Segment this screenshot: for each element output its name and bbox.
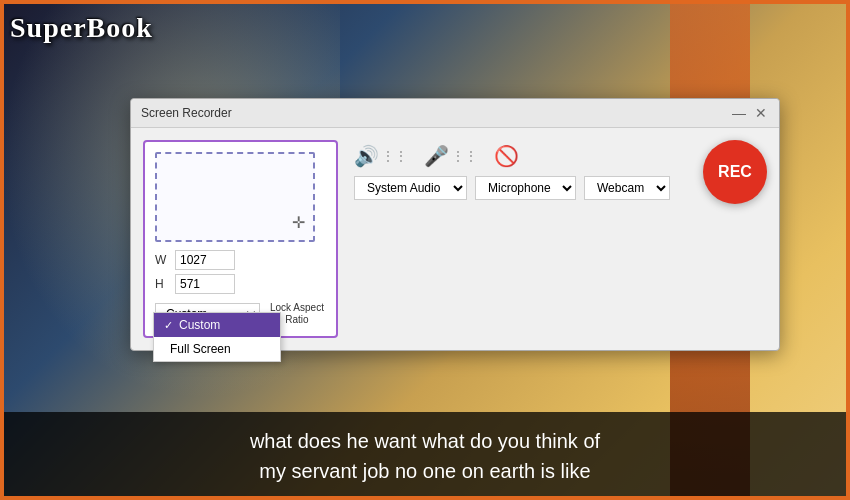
capture-dropdown-menu: ✓ Custom Full Screen [153,312,281,362]
webcam-icon: 🚫 [494,144,519,168]
dialog-window-controls: — ✕ [731,105,769,121]
dialog-content: ✛ W H Custom Full Screen Lock Aspect [131,128,779,350]
dimensions-row: W H [155,250,326,294]
capture-panel: ✛ W H Custom Full Screen Lock Aspect [143,140,338,338]
crosshair-icon: ✛ [292,213,305,232]
lock-label2: Ratio [285,314,308,326]
selects-row: System Audio Microphone Webcam [354,176,670,200]
subtitle-bar: what does he want what do you think of m… [0,412,850,500]
microphone-icon-group: 🎤 ⋮⋮ [424,144,478,168]
dropdown-item-fullscreen[interactable]: Full Screen [154,337,280,361]
mic-dots: ⋮⋮ [452,149,478,163]
width-item: W [155,250,326,270]
close-button[interactable]: ✕ [753,105,769,121]
app-logo: SuperBook [10,12,153,44]
dropdown-item-custom-label: Custom [179,318,220,332]
minimize-button[interactable]: — [731,105,747,121]
audio-icon-group: 🔊 ⋮⋮ [354,144,408,168]
subtitle-line1: what does he want what do you think of [10,426,840,456]
speaker-icon: 🔊 [354,144,379,168]
subtitle-line2: my servant job no one on earth is like [10,456,840,486]
dropdown-item-fullscreen-label: Full Screen [170,342,231,356]
dropdown-item-custom[interactable]: ✓ Custom [154,313,280,337]
webcam-select[interactable]: Webcam [584,176,670,200]
right-controls-section: 🔊 ⋮⋮ 🎤 ⋮⋮ 🚫 System Audio [354,140,767,204]
audio-dots: ⋮⋮ [382,149,408,163]
microphone-icon: 🎤 [424,144,449,168]
height-item: H [155,274,326,294]
webcam-icon-group: 🚫 [494,144,519,168]
dialog-titlebar: Screen Recorder — ✕ [131,99,779,128]
height-input[interactable] [175,274,235,294]
screen-recorder-dialog: Screen Recorder — ✕ ✛ W H [130,98,780,351]
logo-text: SuperBook [10,12,153,43]
audio-icon-row: 🔊 ⋮⋮ 🎤 ⋮⋮ 🚫 [354,144,670,168]
checkmark-icon: ✓ [164,319,173,332]
width-input[interactable] [175,250,235,270]
system-audio-select[interactable]: System Audio [354,176,467,200]
width-label: W [155,253,169,267]
height-label: H [155,277,169,291]
rec-button[interactable]: REC [703,140,767,204]
microphone-select[interactable]: Microphone [475,176,576,200]
dialog-title: Screen Recorder [141,106,232,120]
selects-column: 🔊 ⋮⋮ 🎤 ⋮⋮ 🚫 System Audio [354,144,670,200]
capture-preview: ✛ [155,152,315,242]
